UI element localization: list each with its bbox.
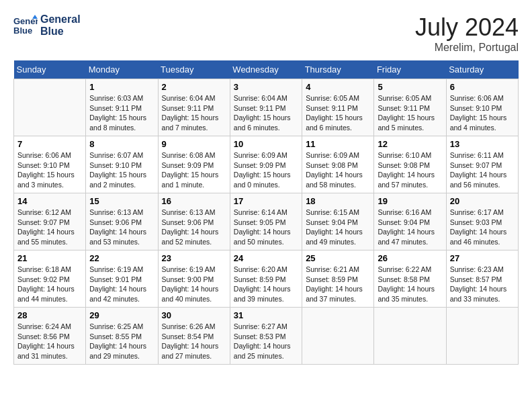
calendar-week-row: 14Sunrise: 6:12 AM Sunset: 9:07 PM Dayli… bbox=[14, 193, 519, 250]
day-number: 12 bbox=[378, 139, 442, 149]
column-header-friday: Friday bbox=[374, 60, 446, 79]
day-number: 14 bbox=[17, 196, 82, 206]
calendar-week-row: 7Sunrise: 6:06 AM Sunset: 9:10 PM Daylig… bbox=[14, 136, 519, 193]
calendar-cell: 12Sunrise: 6:10 AM Sunset: 9:08 PM Dayli… bbox=[374, 136, 446, 193]
cell-info: Sunrise: 6:05 AM Sunset: 9:11 PM Dayligh… bbox=[306, 93, 370, 133]
cell-info: Sunrise: 6:11 AM Sunset: 9:07 PM Dayligh… bbox=[450, 150, 515, 190]
cell-info: Sunrise: 6:13 AM Sunset: 9:06 PM Dayligh… bbox=[162, 208, 226, 247]
calendar-cell: 19Sunrise: 6:16 AM Sunset: 9:04 PM Dayli… bbox=[374, 193, 446, 250]
day-number: 7 bbox=[17, 139, 82, 149]
day-number: 20 bbox=[450, 196, 515, 206]
calendar-cell bbox=[446, 308, 518, 365]
day-number: 27 bbox=[450, 253, 515, 263]
calendar-cell: 5Sunrise: 6:05 AM Sunset: 9:11 PM Daylig… bbox=[374, 79, 446, 136]
column-header-monday: Monday bbox=[86, 60, 158, 79]
svg-text:Blue: Blue bbox=[13, 26, 32, 36]
day-number: 3 bbox=[234, 82, 298, 92]
column-header-thursday: Thursday bbox=[302, 60, 374, 79]
cell-info: Sunrise: 6:23 AM Sunset: 8:57 PM Dayligh… bbox=[450, 265, 515, 304]
calendar-cell: 25Sunrise: 6:21 AM Sunset: 8:59 PM Dayli… bbox=[302, 250, 374, 308]
cell-info: Sunrise: 6:19 AM Sunset: 9:00 PM Dayligh… bbox=[162, 265, 226, 304]
cell-info: Sunrise: 6:22 AM Sunset: 8:58 PM Dayligh… bbox=[378, 265, 442, 304]
day-number: 24 bbox=[234, 253, 298, 263]
cell-info: Sunrise: 6:13 AM Sunset: 9:06 PM Dayligh… bbox=[89, 208, 154, 247]
column-header-wednesday: Wednesday bbox=[230, 60, 302, 79]
calendar-cell: 6Sunrise: 6:06 AM Sunset: 9:10 PM Daylig… bbox=[446, 79, 518, 136]
calendar-cell: 20Sunrise: 6:17 AM Sunset: 9:03 PM Dayli… bbox=[446, 193, 518, 250]
calendar-cell: 21Sunrise: 6:18 AM Sunset: 9:02 PM Dayli… bbox=[14, 250, 86, 308]
month-year-title: July 2024 bbox=[415, 13, 519, 42]
calendar-cell: 2Sunrise: 6:04 AM Sunset: 9:11 PM Daylig… bbox=[158, 79, 230, 136]
cell-info: Sunrise: 6:15 AM Sunset: 9:04 PM Dayligh… bbox=[306, 208, 370, 247]
day-number: 11 bbox=[306, 139, 370, 149]
cell-info: Sunrise: 6:27 AM Sunset: 8:53 PM Dayligh… bbox=[234, 322, 298, 361]
cell-info: Sunrise: 6:14 AM Sunset: 9:05 PM Dayligh… bbox=[234, 208, 298, 247]
calendar-cell: 8Sunrise: 6:07 AM Sunset: 9:10 PM Daylig… bbox=[86, 136, 158, 193]
day-number: 26 bbox=[378, 253, 442, 263]
day-number: 18 bbox=[306, 196, 370, 206]
calendar-header-row: SundayMondayTuesdayWednesdayThursdayFrid… bbox=[14, 60, 519, 79]
cell-info: Sunrise: 6:08 AM Sunset: 9:09 PM Dayligh… bbox=[162, 150, 226, 190]
cell-info: Sunrise: 6:09 AM Sunset: 9:09 PM Dayligh… bbox=[234, 150, 298, 190]
calendar-cell: 28Sunrise: 6:24 AM Sunset: 8:56 PM Dayli… bbox=[14, 308, 86, 365]
cell-info: Sunrise: 6:25 AM Sunset: 8:55 PM Dayligh… bbox=[89, 322, 154, 361]
calendar-cell: 23Sunrise: 6:19 AM Sunset: 9:00 PM Dayli… bbox=[158, 250, 230, 308]
day-number: 28 bbox=[17, 310, 82, 320]
cell-info: Sunrise: 6:07 AM Sunset: 9:10 PM Dayligh… bbox=[89, 150, 154, 190]
cell-info: Sunrise: 6:03 AM Sunset: 9:11 PM Dayligh… bbox=[89, 93, 154, 133]
day-number: 4 bbox=[306, 82, 370, 92]
calendar-cell: 22Sunrise: 6:19 AM Sunset: 9:01 PM Dayli… bbox=[86, 250, 158, 308]
calendar-cell: 16Sunrise: 6:13 AM Sunset: 9:06 PM Dayli… bbox=[158, 193, 230, 250]
title-block: July 2024 Merelim, Portugal bbox=[415, 13, 519, 54]
page-header: General Blue General Blue July 2024 Mere… bbox=[13, 13, 519, 54]
cell-info: Sunrise: 6:16 AM Sunset: 9:04 PM Dayligh… bbox=[378, 208, 442, 247]
logo-icon: General Blue bbox=[13, 13, 38, 38]
cell-info: Sunrise: 6:18 AM Sunset: 9:02 PM Dayligh… bbox=[17, 265, 82, 304]
day-number: 15 bbox=[89, 196, 154, 206]
calendar-cell: 13Sunrise: 6:11 AM Sunset: 9:07 PM Dayli… bbox=[446, 136, 518, 193]
day-number: 2 bbox=[162, 82, 226, 92]
day-number: 25 bbox=[306, 253, 370, 263]
calendar-cell: 31Sunrise: 6:27 AM Sunset: 8:53 PM Dayli… bbox=[230, 308, 302, 365]
day-number: 22 bbox=[89, 253, 154, 263]
calendar-cell: 7Sunrise: 6:06 AM Sunset: 9:10 PM Daylig… bbox=[14, 136, 86, 193]
calendar-cell: 10Sunrise: 6:09 AM Sunset: 9:09 PM Dayli… bbox=[230, 136, 302, 193]
logo-general: General bbox=[40, 13, 81, 26]
day-number: 13 bbox=[450, 139, 515, 149]
cell-info: Sunrise: 6:05 AM Sunset: 9:11 PM Dayligh… bbox=[378, 93, 442, 133]
day-number: 29 bbox=[89, 310, 154, 320]
calendar-cell: 1Sunrise: 6:03 AM Sunset: 9:11 PM Daylig… bbox=[86, 79, 158, 136]
calendar-table: SundayMondayTuesdayWednesdayThursdayFrid… bbox=[13, 60, 519, 365]
cell-info: Sunrise: 6:06 AM Sunset: 9:10 PM Dayligh… bbox=[17, 150, 82, 190]
column-header-tuesday: Tuesday bbox=[158, 60, 230, 79]
cell-info: Sunrise: 6:06 AM Sunset: 9:10 PM Dayligh… bbox=[450, 93, 515, 133]
day-number: 1 bbox=[89, 82, 154, 92]
column-header-sunday: Sunday bbox=[14, 60, 86, 79]
cell-info: Sunrise: 6:20 AM Sunset: 8:59 PM Dayligh… bbox=[234, 265, 298, 304]
day-number: 5 bbox=[378, 82, 442, 92]
calendar-week-row: 21Sunrise: 6:18 AM Sunset: 9:02 PM Dayli… bbox=[14, 250, 519, 308]
cell-info: Sunrise: 6:24 AM Sunset: 8:56 PM Dayligh… bbox=[17, 322, 82, 361]
calendar-cell: 11Sunrise: 6:09 AM Sunset: 9:08 PM Dayli… bbox=[302, 136, 374, 193]
day-number: 21 bbox=[17, 253, 82, 263]
day-number: 9 bbox=[162, 139, 226, 149]
day-number: 8 bbox=[89, 139, 154, 149]
calendar-cell: 26Sunrise: 6:22 AM Sunset: 8:58 PM Dayli… bbox=[374, 250, 446, 308]
calendar-cell: 15Sunrise: 6:13 AM Sunset: 9:06 PM Dayli… bbox=[86, 193, 158, 250]
calendar-cell bbox=[302, 308, 374, 365]
day-number: 31 bbox=[234, 310, 298, 320]
calendar-cell: 14Sunrise: 6:12 AM Sunset: 9:07 PM Dayli… bbox=[14, 193, 86, 250]
calendar-cell: 9Sunrise: 6:08 AM Sunset: 9:09 PM Daylig… bbox=[158, 136, 230, 193]
column-header-saturday: Saturday bbox=[446, 60, 518, 79]
logo-blue: Blue bbox=[40, 26, 81, 38]
calendar-cell: 18Sunrise: 6:15 AM Sunset: 9:04 PM Dayli… bbox=[302, 193, 374, 250]
calendar-cell: 30Sunrise: 6:26 AM Sunset: 8:54 PM Dayli… bbox=[158, 308, 230, 365]
location-subtitle: Merelim, Portugal bbox=[415, 42, 519, 54]
calendar-cell bbox=[14, 79, 86, 136]
calendar-week-row: 28Sunrise: 6:24 AM Sunset: 8:56 PM Dayli… bbox=[14, 308, 519, 365]
day-number: 23 bbox=[162, 253, 226, 263]
calendar-cell: 24Sunrise: 6:20 AM Sunset: 8:59 PM Dayli… bbox=[230, 250, 302, 308]
cell-info: Sunrise: 6:09 AM Sunset: 9:08 PM Dayligh… bbox=[306, 150, 370, 190]
calendar-cell: 4Sunrise: 6:05 AM Sunset: 9:11 PM Daylig… bbox=[302, 79, 374, 136]
calendar-cell bbox=[374, 308, 446, 365]
